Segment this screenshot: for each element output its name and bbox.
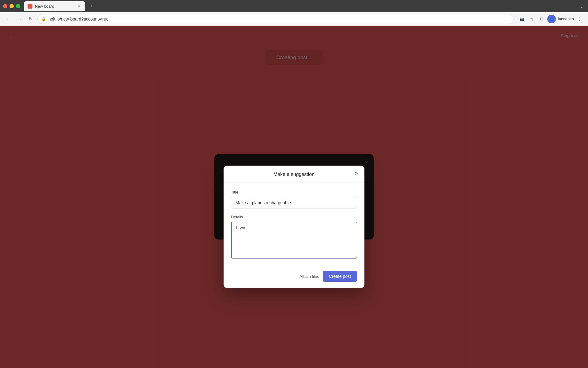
profile-button[interactable]: 👤	[547, 15, 556, 23]
suggestion-modal: Make a suggestion ⚙ Title Details If we|…	[224, 166, 364, 288]
address-bar[interactable]	[48, 17, 510, 21]
details-form-group: Details If we|	[231, 215, 357, 260]
tab-bar-menu[interactable]: ⌄	[579, 2, 585, 10]
incognito-label: Incognito	[558, 17, 574, 21]
tab-favicon	[28, 4, 32, 9]
attach-files-button[interactable]: Attach files	[300, 274, 319, 278]
traffic-light-close[interactable]	[3, 4, 7, 8]
new-tab-button[interactable]: +	[87, 2, 96, 10]
details-label: Details	[231, 215, 357, 219]
title-input[interactable]	[231, 197, 357, 209]
bookmark-icon[interactable]: ☆	[528, 15, 536, 23]
browser-tab-active[interactable]: New board ×	[24, 1, 85, 11]
traffic-light-minimize[interactable]	[9, 4, 14, 8]
browser-chrome: New board × + ⌄ ← → ↻ 🔒 📷 ☆ ⊡ 👤 Incognit…	[0, 0, 588, 26]
nav-bar: ← → ↻ 🔒 📷 ☆ ⊡ 👤 Incognito ⋮	[0, 12, 588, 26]
back-button[interactable]: ←	[4, 15, 13, 23]
camera-icon[interactable]: 📷	[518, 15, 526, 23]
nav-actions: 📷 ☆ ⊡ 👤 Incognito ⋮	[518, 15, 584, 23]
more-options-button[interactable]: ⋮	[576, 15, 584, 23]
modal-body: Title Details If we|	[224, 182, 364, 260]
modal-settings-button[interactable]: ⚙	[354, 171, 358, 177]
title-form-group: Title	[231, 190, 357, 209]
split-view-icon[interactable]: ⊡	[537, 15, 545, 23]
tab-title: New board	[35, 4, 74, 9]
title-label: Title	[231, 190, 357, 194]
lock-icon: 🔒	[41, 17, 46, 21]
tab-bar: New board × + ⌄	[0, 0, 588, 12]
modal-title: Make a suggestion	[273, 172, 315, 177]
reload-button[interactable]: ↻	[26, 15, 35, 23]
page-content: ← Skip tour Creating post... Blog post i…	[0, 26, 588, 368]
tab-close-button[interactable]: ×	[77, 4, 81, 9]
create-post-button[interactable]: Create post	[323, 271, 357, 282]
traffic-light-maximize[interactable]	[16, 4, 20, 8]
modal-header: Make a suggestion ⚙	[224, 166, 364, 182]
forward-button[interactable]: →	[15, 15, 24, 23]
traffic-lights	[3, 4, 20, 8]
details-textarea[interactable]: If we|	[231, 222, 357, 259]
suggestion-modal-outer: Make a suggestion ⚙ Title Details If we|…	[224, 141, 364, 288]
modal-footer: Attach files Create post	[224, 266, 364, 288]
address-bar-container: 🔒	[37, 14, 514, 24]
